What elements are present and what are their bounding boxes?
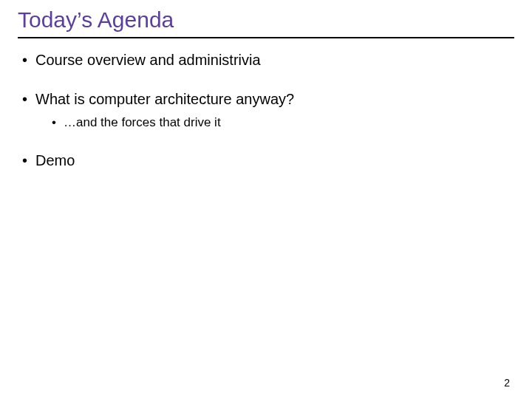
bullet-text: Demo	[35, 152, 75, 168]
bullet-text: What is computer architecture anyway?	[35, 91, 294, 107]
title-underline	[18, 37, 514, 38]
bullet-list: Course overview and administrivia What i…	[18, 52, 514, 169]
slide-title: Today’s Agenda	[18, 7, 514, 37]
page-number: 2	[504, 377, 510, 389]
bullet-text: …and the forces that drive it	[64, 115, 221, 129]
list-item: …and the forces that drive it	[52, 115, 514, 130]
bullet-text: Course overview and administrivia	[35, 52, 261, 68]
list-item: Demo	[22, 152, 514, 169]
list-item: What is computer architecture anyway? …a…	[22, 91, 514, 130]
sub-bullet-list: …and the forces that drive it	[35, 115, 514, 130]
list-item: Course overview and administrivia	[22, 52, 514, 69]
slide: Today’s Agenda Course overview and admin…	[0, 0, 532, 399]
